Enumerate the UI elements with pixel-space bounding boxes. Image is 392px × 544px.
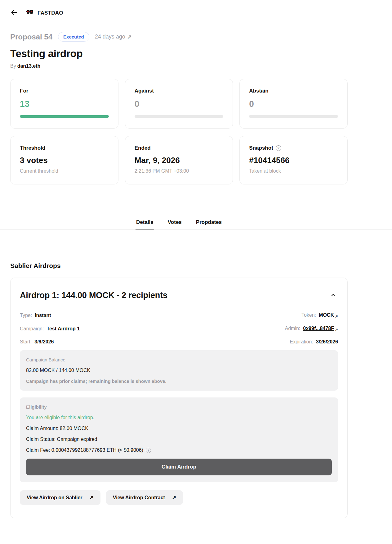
time-ago-text: 24 days ago xyxy=(95,34,125,40)
vote-label: Against xyxy=(135,88,224,94)
vote-card-against: Against 0 xyxy=(125,79,233,129)
stat-card-ended: Ended Mar, 9, 2026 2:21:36 PM GMT +03:00 xyxy=(125,136,233,184)
campaign-value: Test Airdrop 1 xyxy=(47,326,80,331)
campaign-label: Campaign: xyxy=(20,326,44,331)
vote-value: 0 xyxy=(135,99,224,109)
collapse-button[interactable] xyxy=(329,290,338,301)
campaign-balance-box: Campaign Balance 82.00 MOCK / 144.00 MOC… xyxy=(20,350,338,391)
dao-logo-icon xyxy=(26,10,33,16)
stat-label: Snapshot ? xyxy=(249,145,338,151)
stat-cards-row: Threshold 3 votes Current threshold Ende… xyxy=(10,136,348,184)
external-link-icon: ↗ xyxy=(335,328,338,332)
stat-label: Threshold xyxy=(20,145,109,151)
vote-bar-fill xyxy=(20,115,109,118)
vote-value: 0 xyxy=(249,99,338,109)
claim-fee-row: Claim Fee: 0.000437992188777693 ETH (≈ $… xyxy=(26,447,332,453)
view-airdrop-on-sablier-button[interactable]: View Airdrop on Sablier ↗ xyxy=(20,490,100,505)
status-badge: Executed xyxy=(58,32,89,42)
topbar: FASTDAO xyxy=(10,0,348,17)
claim-status: Claim Status: Campaign expired xyxy=(26,437,332,442)
type-label: Type: xyxy=(20,313,32,318)
info-circle-icon[interactable]: i xyxy=(146,448,151,453)
stat-subtext: Taken at block xyxy=(249,168,338,174)
section-title-sablier-airdrops: Sablier Airdrops xyxy=(10,262,348,270)
vote-card-abstain: Abstain 0 xyxy=(239,79,348,129)
proposal-header-row: Proposal 54 Executed 24 days ago ↗ xyxy=(10,32,348,42)
stat-value: #10414566 xyxy=(249,156,338,165)
stat-card-threshold: Threshold 3 votes Current threshold xyxy=(10,136,118,184)
vote-bar-track xyxy=(135,115,224,118)
airdrop-card: Airdrop 1: 144.00 MOCK - 2 recipients Ty… xyxy=(10,278,348,518)
eligibility-status: You are eligible for this airdrop. xyxy=(26,415,332,420)
back-button[interactable] xyxy=(10,9,18,17)
stat-value: Mar, 9, 2026 xyxy=(135,156,224,165)
external-link-icon: ↗ xyxy=(127,34,132,40)
stat-subtext: Current threshold xyxy=(20,168,109,174)
button-label: View Airdrop Contract xyxy=(113,495,165,501)
external-link-icon: ↗ xyxy=(89,494,94,501)
claim-amount: Claim Amount: 82.00 MOCK xyxy=(26,426,332,431)
start-label: Start: xyxy=(20,339,32,344)
tab-votes[interactable]: Votes xyxy=(167,217,182,230)
tab-divider xyxy=(0,229,392,230)
expiration-label: Expiration: xyxy=(290,339,313,344)
type-value: Instant xyxy=(35,313,51,318)
tab-propdates[interactable]: Propdates xyxy=(195,217,222,230)
token-link[interactable]: MOCK xyxy=(319,312,334,318)
external-link-icon: ↗ xyxy=(172,494,176,501)
tab-details[interactable]: Details xyxy=(136,217,154,230)
author-name: dan13.eth xyxy=(17,63,41,69)
proposal-byline: Bydan13.eth xyxy=(10,63,348,69)
admin-label: Admin: xyxy=(285,326,301,331)
proposal-title: Testing airdrop xyxy=(10,48,348,60)
meta-row-type-token: Type:Instant Token:MOCK↗ xyxy=(20,312,338,319)
admin-address-link[interactable]: 0x99f...8478F xyxy=(303,326,334,331)
vote-label: For xyxy=(20,88,109,94)
help-circle-icon[interactable]: ? xyxy=(276,145,281,151)
by-label: By xyxy=(10,63,16,69)
stat-label: Ended xyxy=(135,145,224,151)
proposal-time-link[interactable]: 24 days ago ↗ xyxy=(95,34,132,40)
campaign-balance-note: Campaign has prior claims; remaining bal… xyxy=(26,379,332,384)
dao-header: FASTDAO xyxy=(26,10,63,16)
token-label: Token: xyxy=(301,312,316,318)
expiration-value: 3/26/2026 xyxy=(316,339,338,344)
claim-fee-text: Claim Fee: 0.000437992188777693 ETH (≈ $… xyxy=(26,447,143,453)
campaign-balance-title: Campaign Balance xyxy=(26,357,332,362)
proposal-number: Proposal 54 xyxy=(10,33,52,41)
dao-name: FASTDAO xyxy=(38,10,63,16)
airdrop-meta: Type:Instant Token:MOCK↗ Campaign:Test A… xyxy=(20,312,338,345)
tab-bar: Details Votes Propdates xyxy=(10,217,348,230)
claim-airdrop-button[interactable]: Claim Airdrop xyxy=(26,459,332,475)
meta-row-campaign-admin: Campaign:Test Airdrop 1 Admin:0x99f...84… xyxy=(20,326,338,332)
airdrop-card-header: Airdrop 1: 144.00 MOCK - 2 recipients xyxy=(20,290,338,301)
chevron-up-icon xyxy=(330,295,337,299)
vote-card-for: For 13 xyxy=(10,79,118,129)
proposal-page: FASTDAO Proposal 54 Executed 24 days ago… xyxy=(10,0,348,518)
arrow-left-icon xyxy=(10,9,18,17)
airdrop-title: Airdrop 1: 144.00 MOCK - 2 recipients xyxy=(20,291,167,300)
view-airdrop-contract-button[interactable]: View Airdrop Contract ↗ xyxy=(106,490,183,505)
vote-bar-track xyxy=(249,115,338,118)
stat-value: 3 votes xyxy=(20,156,109,165)
button-label: View Airdrop on Sablier xyxy=(27,495,82,501)
vote-cards-row: For 13 Against 0 Abstain 0 xyxy=(10,79,348,129)
meta-row-start-expiration: Start:3/9/2026 Expiration:3/26/2026 xyxy=(20,339,338,345)
eligibility-title: Eligibility xyxy=(26,404,332,410)
vote-label: Abstain xyxy=(249,88,338,94)
start-value: 3/9/2026 xyxy=(34,339,54,344)
airdrop-link-buttons: View Airdrop on Sablier ↗ View Airdrop C… xyxy=(20,490,338,505)
stat-subtext: 2:21:36 PM GMT +03:00 xyxy=(135,168,224,174)
vote-value: 13 xyxy=(20,99,109,109)
campaign-balance-value: 82.00 MOCK / 144.00 MOCK xyxy=(26,368,332,373)
stat-card-snapshot: Snapshot ? #10414566 Taken at block xyxy=(239,136,348,184)
external-link-icon: ↗ xyxy=(335,314,338,319)
eligibility-box: Eligibility You are eligible for this ai… xyxy=(20,397,338,482)
vote-bar-track xyxy=(20,115,109,118)
